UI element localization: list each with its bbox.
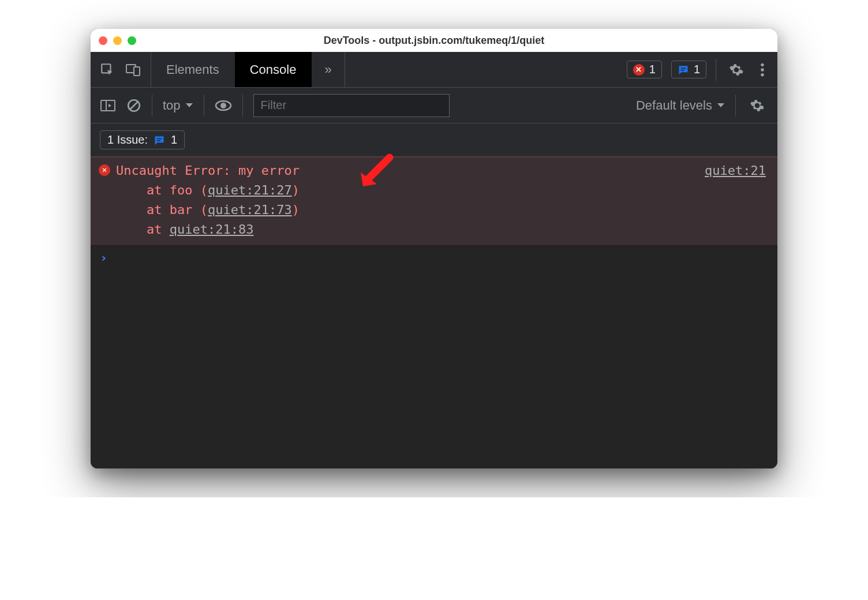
levels-label: Default levels <box>636 98 712 113</box>
chevron-down-icon <box>717 103 725 108</box>
error-icon: ✕ <box>633 64 645 76</box>
svg-rect-14 <box>157 138 162 139</box>
window-controls <box>99 36 136 45</box>
stack-frame-link[interactable]: quiet:21:83 <box>170 222 254 237</box>
console-error-message[interactable]: ✕ Uncaught Error: my error at foo (quiet… <box>91 157 777 245</box>
svg-line-11 <box>130 102 138 109</box>
minimize-icon[interactable] <box>113 36 122 45</box>
console-prompt[interactable]: › <box>91 245 777 271</box>
tab-console[interactable]: Console <box>235 52 312 87</box>
svg-rect-15 <box>157 140 160 141</box>
error-count: 1 <box>649 63 656 76</box>
panel-tabbar: Elements Console » ✕ 1 1 <box>91 52 777 88</box>
error-count-badge[interactable]: ✕ 1 <box>627 61 662 78</box>
chevron-down-icon <box>185 103 193 108</box>
console-settings-icon[interactable] <box>746 98 768 113</box>
svg-point-5 <box>761 63 764 66</box>
svg-rect-2 <box>134 67 140 76</box>
issues-bar: 1 Issue: 1 <box>91 123 777 157</box>
stack-frame-link[interactable]: quiet:21:27 <box>208 183 292 197</box>
close-icon[interactable] <box>99 36 107 45</box>
toggle-drawer-icon[interactable] <box>100 99 116 112</box>
context-label: top <box>163 98 181 113</box>
context-selector[interactable]: top <box>163 98 193 113</box>
more-menu-icon[interactable] <box>757 62 768 77</box>
device-mode-icon[interactable] <box>125 62 141 77</box>
svg-point-13 <box>220 103 226 108</box>
svg-point-6 <box>761 68 764 71</box>
stack-frame-link[interactable]: quiet:21:73 <box>208 202 292 217</box>
issues-label: 1 Issue: <box>107 133 148 147</box>
console-toolbar: top Default levels <box>91 88 777 123</box>
clear-console-icon[interactable] <box>126 98 141 113</box>
error-icon: ✕ <box>99 164 110 176</box>
tabs-overflow-button[interactable]: » <box>312 52 345 87</box>
filter-input[interactable] <box>253 94 450 117</box>
settings-icon[interactable] <box>725 62 747 77</box>
svg-rect-3 <box>681 68 686 69</box>
issues-count: 1 <box>171 133 177 147</box>
issue-icon <box>678 64 689 76</box>
svg-rect-8 <box>101 100 115 111</box>
svg-point-7 <box>761 73 764 76</box>
maximize-icon[interactable] <box>128 36 136 45</box>
issue-count-badge[interactable]: 1 <box>671 61 706 78</box>
window-title: DevTools - output.jsbin.com/tukemeq/1/qu… <box>91 35 777 47</box>
console-messages: ✕ Uncaught Error: my error at foo (quiet… <box>91 157 777 468</box>
inspect-icon[interactable] <box>100 62 115 77</box>
svg-rect-4 <box>681 70 684 71</box>
live-expression-icon[interactable] <box>215 99 232 112</box>
error-text: Uncaught Error: my error at foo (quiet:2… <box>116 161 767 239</box>
error-source-link[interactable]: quiet:21 <box>705 161 766 181</box>
titlebar: DevTools - output.jsbin.com/tukemeq/1/qu… <box>91 29 777 52</box>
tab-elements[interactable]: Elements <box>151 52 235 87</box>
issue-count: 1 <box>694 63 700 76</box>
issue-icon <box>154 134 165 146</box>
devtools-window: DevTools - output.jsbin.com/tukemeq/1/qu… <box>91 29 777 468</box>
log-levels-selector[interactable]: Default levels <box>636 98 725 113</box>
issues-button[interactable]: 1 Issue: 1 <box>100 130 185 149</box>
